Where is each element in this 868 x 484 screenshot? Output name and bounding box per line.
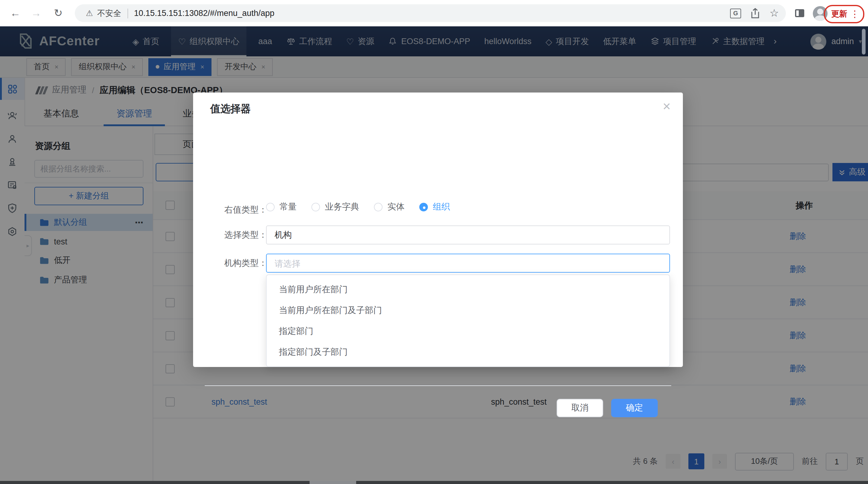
back-icon: ← [10, 7, 21, 19]
sidebar-toggle-button[interactable] [792, 0, 807, 26]
org-type-label: 机构类型： [200, 258, 267, 269]
sidebar-icon [795, 9, 804, 17]
translate-button[interactable]: G [728, 0, 743, 26]
address-bar[interactable]: ⚠ 不安全 10.15.15.151:13082/#/menu_auth/app [75, 4, 786, 22]
forward-icon: → [31, 7, 41, 19]
dialog-footer-divider [205, 385, 671, 386]
right-value-type-label: 右值类型： [200, 205, 267, 216]
radio-organization[interactable]: 组织 [419, 201, 450, 213]
option-current-user-dept-and-sub[interactable]: 当前用户所在部门及子部门 [267, 300, 670, 321]
application-window: ← → ↻ ⚠ 不安全 10.15.15.151:13082/#/menu_au… [0, 0, 868, 484]
radio-label: 常量 [280, 201, 297, 213]
browser-menu-icon[interactable]: ⋮ [850, 8, 860, 20]
web-page: AFCenter ◈ 首页 ♡ 组织权限中心 aaa 工作流程 [0, 26, 868, 484]
window-bottom-scrollbar[interactable] [0, 481, 868, 484]
option-specified-dept[interactable]: 指定部门 [267, 321, 670, 342]
option-current-user-dept[interactable]: 当前用户所在部门 [267, 279, 670, 300]
dialog-title: 值选择器 [210, 102, 251, 116]
radio-label: 业务字典 [325, 201, 359, 213]
browser-back-button[interactable]: ← [7, 0, 23, 26]
scrollbar-thumb[interactable] [310, 481, 356, 484]
confirm-button[interactable]: 确定 [611, 399, 658, 417]
radio-constant[interactable]: 常量 [266, 201, 297, 213]
radio-icon-selected [419, 203, 428, 212]
browser-reload-button[interactable]: ↻ [50, 0, 66, 26]
value-selector-dialog: 值选择器 × 右值类型： 常量 业务字典 实体 组织 [193, 93, 683, 367]
reload-icon: ↻ [54, 7, 63, 20]
org-type-input[interactable] [266, 254, 670, 272]
warning-icon: ⚠ [86, 8, 93, 18]
right-value-type-radio-group: 常量 业务字典 实体 组织 [266, 200, 450, 214]
radio-label: 实体 [388, 201, 405, 213]
share-button[interactable] [748, 0, 763, 26]
star-icon: ☆ [770, 7, 779, 20]
update-label: 更新 [831, 8, 847, 20]
option-specified-dept-and-sub[interactable]: 指定部门及子部门 [267, 342, 670, 363]
radio-icon [266, 203, 275, 212]
radio-entity[interactable]: 实体 [374, 201, 405, 213]
browser-update-button[interactable]: 更新 ⋮ [824, 5, 864, 23]
select-type-input[interactable] [266, 225, 670, 245]
browser-forward-button[interactable]: → [28, 0, 44, 26]
org-type-dropdown: 当前用户所在部门 当前用户所在部门及子部门 指定部门 指定部门及子部门 [266, 275, 670, 367]
radio-business-dict[interactable]: 业务字典 [311, 201, 359, 213]
cancel-button[interactable]: 取消 [557, 399, 603, 417]
dialog-close-button[interactable]: × [663, 99, 671, 115]
page-scrollbar[interactable] [862, 29, 866, 55]
divider [127, 8, 128, 18]
radio-label: 组织 [433, 201, 450, 213]
security-label[interactable]: 不安全 [97, 8, 121, 19]
browser-toolbar: ← → ↻ ⚠ 不安全 10.15.15.151:13082/#/menu_au… [0, 0, 868, 27]
radio-icon [374, 203, 382, 212]
select-type-label: 选择类型： [200, 230, 267, 241]
bookmark-button[interactable]: ☆ [767, 0, 781, 26]
radio-icon [311, 203, 320, 212]
share-icon [751, 8, 760, 19]
translate-icon: G [730, 8, 741, 18]
url-text[interactable]: 10.15.15.151:13082/#/menu_auth/app [134, 8, 274, 18]
